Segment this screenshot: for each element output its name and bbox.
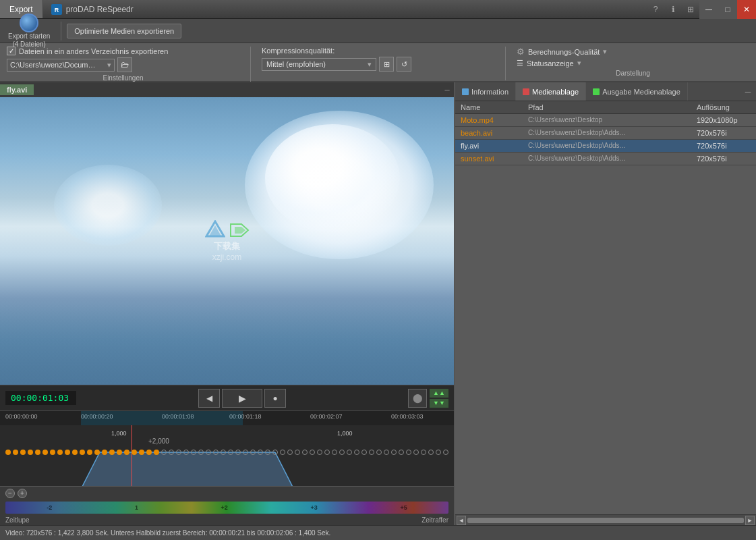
file-name-2: fly.avi [461,142,528,150]
scroll-track[interactable] [467,518,744,523]
berechnungs-label: Berechnungs-Qualität [528,48,600,56]
scroll-left-btn[interactable]: ◄ [457,516,466,525]
info-btn[interactable]: ℹ [664,1,682,18]
scroll-right-btn[interactable]: ► [745,516,755,525]
speed-tick-1: -2 [47,504,52,511]
quality-icon2[interactable]: ↺ [397,57,411,72]
table-row-selected[interactable]: fly.avi C:\Users\uwenz\Desktop\Adds... 7… [455,140,756,153]
optimierte-export-button[interactable]: Optimierte Medien exportieren [67,24,181,38]
tab-media[interactable]: Medienablage [516,82,586,101]
speed-control-bar: − + -2 1 +2 +3 +5 Zeitlupe Zeitraffer [0,486,454,525]
berechnungs-arrow: ▾ [603,47,607,56]
path-dropdown-icon: ▾ [107,61,111,70]
record-btn[interactable]: ⬤ [408,389,427,408]
minimize-btn[interactable]: ─ [699,0,718,19]
output-tab-label: Ausgabe Medienablage [602,88,680,96]
timeline-tracks[interactable]: 1,000 1,000 +2,000 [0,425,454,486]
file-path-3: C:\Users\uwenz\Desktop\Adds... [528,155,697,163]
export-optimierte-label: Optimierte Medien exportieren [74,27,174,35]
speed-ctrl-plus[interactable]: + [18,489,27,498]
maximize-btn[interactable]: □ [718,0,737,19]
gear-icon: ⚙ [517,47,525,57]
file-name-3: sunset.avi [461,155,528,163]
play-btn[interactable]: ▶ [222,389,262,408]
speed-tick-5: +5 [400,504,407,511]
app-title: proDAD ReSpeedr [66,5,134,14]
nav-down-btn[interactable]: ▼▼ [430,399,448,408]
speed-gradient-bar[interactable]: -2 1 +2 +3 +5 [5,502,448,514]
video-panel-collapse[interactable]: ─ [440,83,454,97]
panel-tabs: Information Medienablage Ausgabe Mediena… [455,82,756,101]
svg-marker-6 [82,452,292,486]
tab-info[interactable]: Information [455,82,516,101]
video-display: 下载集 xzji.com [0,97,454,385]
speed-value-label: +2,000 [148,437,169,445]
col-name-header: Name [461,103,528,111]
expand-btn[interactable]: ⊞ [682,1,699,18]
window-controls: ? ℹ ⊞ ─ □ ✕ [647,0,756,18]
stop-btn[interactable]: ● [264,389,286,408]
info-tab-indicator [462,88,469,95]
horizontal-scrollbar[interactable]: ◄ ► [455,514,756,525]
scroll-thumb[interactable] [467,518,744,523]
export-path-checkbox-row: ✓ Dateien in ein anders Verzeichnis expo… [7,47,239,55]
file-res-2: 720x576i [697,142,751,150]
einstellungen-label: Einstellungen [7,74,239,82]
table-row[interactable]: Moto.mp4 C:\Users\uwenz\Desktop 1920x108… [455,114,756,127]
file-tab[interactable]: fly.avi [0,84,34,95]
path-value: C:\Users\uwenz\Documents [10,61,98,69]
speed-tick-4: +3 [310,504,317,511]
question-btn[interactable]: ? [647,1,664,18]
speed-tick-3: +2 [221,504,228,511]
tab-output[interactable]: Ausgabe Medienablage [586,82,688,101]
timeline-ruler: 00:00:00:00 00:00:00:20 00:00:01:08 00:0… [0,410,454,425]
table-row[interactable]: beach.avi C:\Users\uwenz\Desktop\Adds...… [455,127,756,140]
table-row[interactable]: sunset.avi C:\Users\uwenz\Desktop\Adds..… [455,153,756,165]
file-path-0: C:\Users\uwenz\Desktop [528,116,697,124]
status-text: Video: 720x576 : 1,422 3,800 Sek. Untere… [5,529,330,537]
export-start-button[interactable]: Export starten (4 Dateien) [3,12,55,50]
file-res-3: 720x576i [697,155,751,163]
quality-icon1[interactable]: ⊞ [379,57,394,72]
watermark-text2: xzji.com [205,252,250,262]
file-res-1: 720x576i [697,129,751,137]
close-btn[interactable]: ✕ [737,0,756,19]
time-mark-0: 00:00:00:00 [5,413,38,420]
quality-select[interactable]: Mittel (empfohlen) ▾ [262,58,376,71]
time-mark-5: 00:00:03:03 [391,413,424,420]
media-tab-label: Medienablage [532,88,579,96]
timecode-value: 00:00:01:03 [11,393,69,403]
file-name-1: beach.avi [461,129,528,137]
zeitlupe-label: Zeitlupe [5,516,30,524]
zeitraffer-label: Zeitraffer [421,516,448,524]
file-res-0: 1920x1080p [697,116,751,124]
sub-mark-2: 1,000 [337,430,353,437]
export-circle-icon [20,14,38,32]
nav-up-btn[interactable]: ▲▲ [430,389,448,398]
svg-marker-5 [235,227,245,234]
status-icon: ☰ [517,59,523,68]
output-tab-indicator [593,88,600,95]
quality-label: Kompressionsqualität: [262,47,335,55]
panel-collapse-btn[interactable]: ─ [740,84,756,100]
speed-tick-2: 1 [135,504,138,511]
darstellung-label: Darstellung [517,70,749,77]
speed-ctrl-minus[interactable]: − [5,489,15,498]
path-select[interactable]: C:\Users\uwenz\Documents ▾ [7,59,115,72]
timecode-display: 00:00:01:03 [5,391,76,405]
app-title-area: R proDAD ReSpeedr [43,0,647,18]
export-path-label: Dateien in ein anders Verzeichnis export… [19,47,168,55]
status-arrow: ▾ [577,59,581,68]
col-res-header: Auflösung [697,103,751,111]
quality-value: Mittel (empfohlen) [266,60,326,68]
col-path-header: Pfad [528,103,697,111]
export-path-checkbox[interactable]: ✓ [7,47,16,55]
time-mark-4: 00:00:02:07 [310,413,343,420]
folder-icon: 🗁 [121,60,129,70]
watermark: 下载集 xzji.com [205,220,250,262]
prev-frame-btn[interactable]: ◀ [198,389,220,408]
file-tab-label: fly.avi [7,86,27,94]
timeline-dots [5,450,448,455]
folder-browse-btn[interactable]: 🗁 [117,57,132,72]
media-tab-indicator [523,88,529,95]
